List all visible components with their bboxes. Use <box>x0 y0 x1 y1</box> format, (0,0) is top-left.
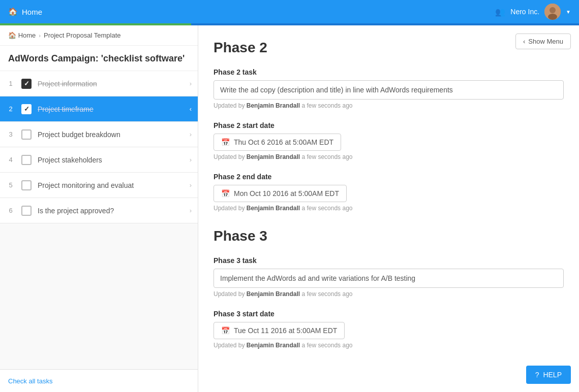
calendar-icon-phase2-end: 📅 <box>221 189 230 198</box>
phase2-enddate-value: Mon Oct 10 2016 at 5:00AM EDT <box>234 189 339 198</box>
breadcrumb-home[interactable]: 🏠 Home <box>8 31 36 39</box>
item-checkbox-6[interactable] <box>21 206 32 216</box>
item-label-1: Project information <box>38 80 184 88</box>
phase-3-section: Phase 3 Phase 3 task Updated by Benjamin… <box>214 224 564 349</box>
phase2-startdate-updated: Updated by Benjamin Brandall a few secon… <box>214 153 564 160</box>
item-number-5: 5 <box>6 181 15 189</box>
avatar-dropdown-arrow[interactable]: ▼ <box>566 9 571 15</box>
nav-home-label: Home <box>22 8 42 16</box>
checklist-item-5[interactable]: 5 Project monitoring and evaluat › <box>0 173 198 198</box>
phase3-startdate-section: Phase 3 start date 📅 Tue Oct 11 2016 at … <box>214 310 564 349</box>
phase-2-title: Phase 2 <box>214 36 564 56</box>
show-menu-label: Show Menu <box>528 38 563 45</box>
avatar[interactable] <box>544 4 561 20</box>
phase3-startdate-picker[interactable]: 📅 Tue Oct 11 2016 at 5:00AM EDT <box>214 322 345 339</box>
item-label-4: Project stakeholders <box>38 156 184 164</box>
main-layout: 🏠 Home › Project Proposal Template AdWor… <box>0 25 579 392</box>
item-chevron-3: › <box>190 130 192 138</box>
sidebar: 🏠 Home › Project Proposal Template AdWor… <box>0 25 198 392</box>
item-number-1: 1 <box>6 80 15 87</box>
phase2-enddate-picker[interactable]: 📅 Mon Oct 10 2016 at 5:00AM EDT <box>214 185 347 202</box>
checklist-item-3[interactable]: 3 Project budget breakdown › <box>0 122 198 147</box>
sidebar-title: AdWords Campaign: 'checklist software' <box>0 46 198 71</box>
item-label-6: Is the project approved? <box>38 207 184 215</box>
breadcrumb-current: Project Proposal Template <box>44 31 121 39</box>
svg-point-2 <box>548 14 557 20</box>
calendar-icon-phase2-start: 📅 <box>221 138 230 146</box>
item-checkbox-5[interactable] <box>21 180 32 190</box>
item-label-5: Project monitoring and evaluat <box>38 181 184 189</box>
calendar-icon-phase3-start: 📅 <box>221 326 230 335</box>
org-icon: 👥 <box>495 7 505 17</box>
org-name: Nero Inc. <box>510 8 539 16</box>
help-label: HELP <box>543 371 562 379</box>
nav-right: 👥 Nero Inc. ▼ <box>495 4 571 20</box>
check-all-link[interactable]: Check all tasks <box>8 377 52 385</box>
item-number-6: 6 <box>6 207 15 214</box>
item-chevron-4: › <box>190 156 192 164</box>
phase3-startdate-label: Phase 3 start date <box>214 310 564 318</box>
breadcrumb-separator: › <box>39 32 41 39</box>
progress-bar-fill <box>0 23 191 25</box>
phase3-startdate-value: Tue Oct 11 2016 at 5:00AM EDT <box>234 326 337 335</box>
sidebar-footer: Check all tasks <box>0 369 198 392</box>
top-navigation: 🏠 Home 👥 Nero Inc. ▼ <box>0 0 579 23</box>
show-menu-chevron-icon: ‹ <box>523 38 525 45</box>
phase3-task-updated: Updated by Benjamin Brandall a few secon… <box>214 290 564 298</box>
checklist-item-6[interactable]: 6 Is the project approved? › <box>0 198 198 223</box>
checklist-item-2[interactable]: 2 ✓ Project timeframe ‹ <box>0 96 198 122</box>
show-menu-button[interactable]: ‹ Show Menu <box>515 34 571 49</box>
checklist-item-1[interactable]: 1 ✓ Project information › <box>0 71 198 96</box>
phase2-task-input[interactable] <box>214 80 564 100</box>
item-checkbox-4[interactable] <box>21 155 32 165</box>
help-button[interactable]: ? HELP <box>526 366 571 384</box>
nav-home-link[interactable]: 🏠 Home <box>8 7 42 16</box>
phase3-task-section: Phase 3 task Updated by Benjamin Brandal… <box>214 256 564 298</box>
phase2-task-label: Phase 2 task <box>214 68 564 76</box>
phase-3-title: Phase 3 <box>214 224 564 244</box>
home-icon: 🏠 <box>8 7 18 16</box>
checklist-item-4[interactable]: 4 Project stakeholders › <box>0 147 198 173</box>
item-checkbox-3[interactable] <box>21 129 32 140</box>
content-body: Phase 2 Phase 2 task Updated by Benjamin… <box>198 25 579 381</box>
breadcrumb: 🏠 Home › Project Proposal Template <box>0 25 198 46</box>
phase3-task-label: Phase 3 task <box>214 256 564 265</box>
phase2-startdate-label: Phase 2 start date <box>214 121 564 129</box>
phase-2-section: Phase 2 Phase 2 task Updated by Benjamin… <box>214 36 564 212</box>
item-chevron-1: › <box>190 80 192 87</box>
item-number-3: 3 <box>6 130 15 138</box>
item-label-3: Project budget breakdown <box>38 130 184 139</box>
phase2-enddate-label: Phase 2 end date <box>214 173 564 181</box>
item-checkbox-2[interactable]: ✓ <box>21 104 32 114</box>
main-content: ‹ Show Menu Phase 2 Phase 2 task Updated… <box>198 25 579 392</box>
phase2-task-updated: Updated by Benjamin Brandall a few secon… <box>214 102 564 109</box>
phase3-task-input[interactable] <box>214 269 564 288</box>
item-chevron-6: › <box>190 207 192 214</box>
item-number-4: 4 <box>6 156 15 164</box>
item-chevron-left-2: ‹ <box>190 105 192 113</box>
phase2-enddate-section: Phase 2 end date 📅 Mon Oct 10 2016 at 5:… <box>214 173 564 212</box>
item-label-2: Project timeframe <box>38 105 184 113</box>
phase2-startdate-picker[interactable]: 📅 Thu Oct 6 2016 at 5:00AM EDT <box>214 134 341 151</box>
item-checkbox-1[interactable]: ✓ <box>21 79 32 89</box>
help-icon: ? <box>535 371 539 379</box>
phase3-startdate-updated: Updated by Benjamin Brandall a few secon… <box>214 342 564 349</box>
phase2-task-section: Phase 2 task Updated by Benjamin Brandal… <box>214 68 564 109</box>
phase2-enddate-updated: Updated by Benjamin Brandall a few secon… <box>214 205 564 212</box>
item-number-2: 2 <box>6 105 15 113</box>
item-chevron-5: › <box>190 181 192 189</box>
phase2-startdate-value: Thu Oct 6 2016 at 5:00AM EDT <box>234 138 333 146</box>
checklist: 1 ✓ Project information › 2 ✓ Project ti… <box>0 71 198 369</box>
phase2-startdate-section: Phase 2 start date 📅 Thu Oct 6 2016 at 5… <box>214 121 564 160</box>
svg-point-1 <box>550 7 556 13</box>
